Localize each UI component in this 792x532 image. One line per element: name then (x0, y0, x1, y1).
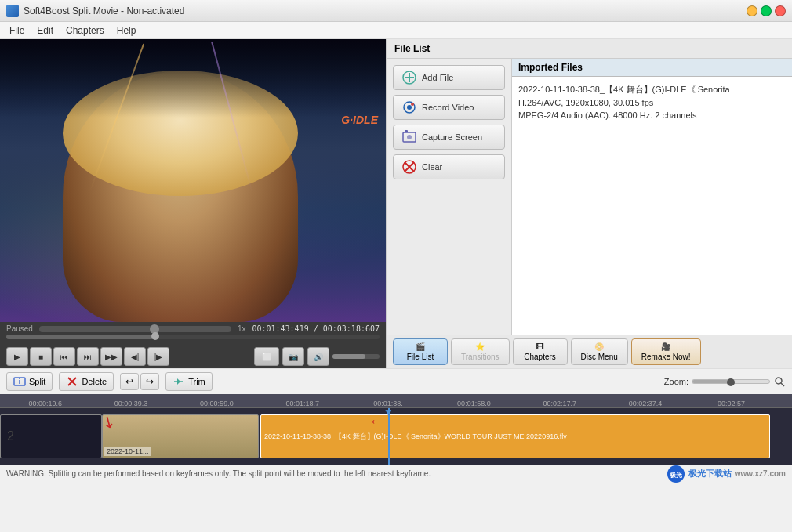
record-video-button[interactable]: Record Video (393, 95, 505, 120)
play-button[interactable]: ▶ (6, 347, 28, 366)
left-section: G·IDLE Paused 1x 00:01:43:419 / 00:03:18… (0, 39, 386, 368)
seek-bar-row: Paused 1x 00:01:43:419 / 00:03:18:607 (6, 324, 380, 333)
ruler-mark-1: 00:00:39.3 (114, 400, 148, 407)
menu-bar: File Edit Chapters Help (0, 22, 792, 39)
tab-chapters[interactable]: 🎞 Chapters (513, 338, 568, 365)
file-list-header: File List (387, 39, 792, 59)
bottom-tabs: 🎬 File List ⭐ Transitions 🎞 Chapters 📀 D… (387, 335, 792, 368)
next-clip-button[interactable]: ⏭ (77, 347, 99, 366)
stop-button[interactable]: ■ (30, 347, 52, 366)
playhead[interactable] (388, 408, 390, 465)
prev-frame-button[interactable]: ⏮ (53, 347, 75, 366)
file-list-tab-icon: 🎬 (416, 342, 425, 351)
capture-screen-button[interactable]: Capture Screen (393, 125, 505, 150)
file-list-tab-label: File List (407, 353, 434, 361)
clip-light[interactable]: 2022-10-11... (102, 414, 259, 458)
remake-tab-label: Remake Now! (641, 353, 691, 361)
add-file-button[interactable]: Add File (393, 65, 505, 90)
imported-files-header: Imported Files (512, 59, 792, 77)
file-audio: MPEG-2/4 Audio (AAC). 48000 Hz. 2 channe… (518, 109, 786, 122)
title-bar: Soft4Boost Split Movie - Non-activated (0, 0, 792, 22)
imported-item[interactable]: 2022-10-11-10-38-38_【4K 舞台】(G)I-DLE《 Sen… (518, 83, 786, 122)
playback-section: Paused 1x 00:01:43:419 / 00:03:18:607 (0, 322, 386, 345)
video-display: G·IDLE (0, 39, 386, 322)
svg-text:极光: 极光 (669, 472, 682, 479)
split-icon (13, 375, 26, 388)
timeline-ruler: 00:00:19.6 00:00:39.3 00:00:59.0 00:01:1… (0, 394, 792, 408)
ruler-mark-6: 00:02:17.7 (543, 400, 576, 407)
arrow-right: ← (369, 412, 384, 430)
redo-button[interactable]: ↪ (140, 373, 159, 390)
trim-icon (173, 375, 185, 388)
status-bar: WARNING: Splitting can be performed base… (0, 465, 792, 482)
ruler-mark-5: 00:01:58.0 (457, 400, 491, 407)
undo-redo-group: ↩ ↪ (120, 373, 159, 390)
maximize-button[interactable] (761, 5, 772, 16)
volume-button[interactable]: 🔊 (307, 347, 329, 366)
video-bg: G·IDLE (0, 39, 386, 322)
watermark-icon: 极光 (667, 465, 685, 483)
status-message: WARNING: Splitting can be performed base… (6, 469, 431, 478)
transitions-tab-label: Transitions (461, 353, 500, 361)
window-controls (747, 5, 786, 16)
prev-keyframe-button[interactable]: ◀| (124, 347, 146, 366)
disc-menu-tab-label: Disc Menu (581, 353, 618, 361)
svg-rect-8 (405, 130, 408, 132)
clear-button[interactable]: Clear (393, 154, 505, 179)
tab-transitions[interactable]: ⭐ Transitions (451, 338, 510, 365)
fast-forward-button[interactable]: ▶▶ (100, 347, 122, 366)
remake-tab-icon: 🎥 (661, 342, 670, 351)
transport-controls: ▶ ■ ⏮ ⏭ ▶▶ ◀| |▶ (6, 347, 169, 366)
zoom-search-icon (773, 375, 786, 388)
video-overlay-text: G·IDLE (341, 114, 378, 126)
seek-bar[interactable] (39, 326, 231, 332)
title-bar-left: Soft4Boost Split Movie - Non-activated (6, 5, 184, 17)
trim-button[interactable]: Trim (165, 372, 213, 391)
clear-icon (401, 159, 417, 175)
app-icon (6, 5, 19, 17)
svg-point-4 (407, 105, 412, 110)
delete-button[interactable]: Delete (59, 372, 114, 391)
content-area: G·IDLE Paused 1x 00:01:43:419 / 00:03:18… (0, 39, 792, 368)
zoom-control: Zoom: (664, 375, 786, 388)
add-icon (401, 70, 417, 85)
menu-file[interactable]: File (3, 24, 31, 38)
window-title: Soft4Boost Split Movie - Non-activated (24, 5, 184, 16)
clip-selected-label: 2022-10-11-10-38-38_【4K 舞台】(G)I-DLE《 Sen… (261, 430, 570, 443)
aspect-ratio-button[interactable]: ⬜ (254, 347, 279, 366)
volume-slider[interactable] (332, 354, 380, 359)
zoom-slider[interactable] (692, 379, 770, 384)
minimize-button[interactable] (747, 5, 757, 16)
capture-icon (401, 129, 417, 145)
ruler-mark-7: 00:02:37.4 (629, 400, 663, 407)
svg-rect-1 (409, 73, 410, 82)
menu-chapters[interactable]: Chapters (60, 24, 111, 38)
clip-dark[interactable]: 2 (0, 414, 102, 458)
transitions-tab-icon: ⭐ (475, 342, 485, 351)
file-name: 2022-10-11-10-38-38_【4K 舞台】(G)I-DLE《 Sen… (518, 83, 786, 96)
delete-icon (66, 375, 78, 388)
watermark: 极光 极光下载站 www.xz7.com (667, 465, 786, 483)
playback-status: Paused (6, 324, 33, 333)
record-icon (401, 100, 417, 115)
imported-files-panel: 2022-10-11-10-38-38_【4K 舞台】(G)I-DLE《 Sen… (512, 77, 792, 335)
menu-edit[interactable]: Edit (31, 24, 60, 38)
right-top: File List Add File (387, 39, 792, 335)
next-keyframe-button[interactable]: |▶ (147, 347, 169, 366)
file-buttons: Add File Record Video Capt (387, 59, 512, 335)
timeline-area: 00:00:19.6 00:00:39.3 00:00:59.0 00:01:1… (0, 394, 792, 465)
tab-disc-menu[interactable]: 📀 Disc Menu (571, 338, 628, 365)
file-codec: H.264/AVC, 1920x1080, 30.015 fps (518, 96, 786, 110)
tab-file-list[interactable]: 🎬 File List (393, 338, 448, 365)
undo-button[interactable]: ↩ (120, 373, 139, 390)
close-button[interactable] (775, 5, 786, 16)
snapshot-button[interactable]: 📷 (282, 347, 304, 366)
chapters-tab-icon: 🎞 (536, 342, 544, 351)
menu-help[interactable]: Help (111, 24, 143, 38)
clip-selected[interactable]: 2022-10-11-10-38-38_【4K 舞台】(G)I-DLE《 Sen… (260, 414, 770, 458)
extra-controls: ⬜ 📷 🔊 (254, 347, 380, 366)
svg-point-5 (411, 103, 414, 106)
tab-remake-now[interactable]: 🎥 Remake Now! (631, 338, 701, 365)
split-button[interactable]: Split (6, 372, 53, 391)
toolbar-row: Split Delete ↩ ↪ Trim Zoom: (0, 368, 792, 394)
